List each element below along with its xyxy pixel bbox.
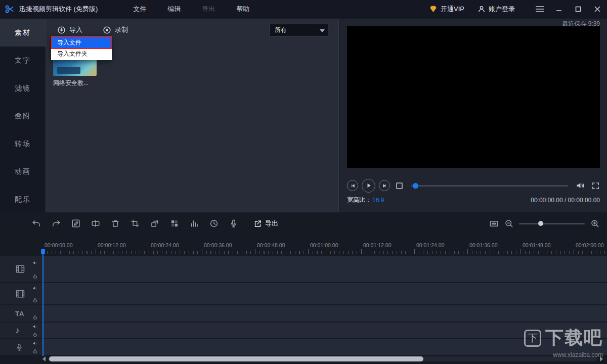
record-button[interactable]: 录制 bbox=[103, 25, 128, 34]
vip-button[interactable]: 开通VIP bbox=[429, 5, 464, 14]
film-icon bbox=[15, 264, 25, 274]
volume-icon[interactable] bbox=[575, 180, 585, 191]
sidebar-item-overlay[interactable]: 叠附 bbox=[0, 102, 46, 130]
waveform-icon[interactable] bbox=[189, 218, 199, 229]
edit-toolbar: 导出 bbox=[0, 213, 607, 234]
picture-in-picture-icon bbox=[15, 289, 25, 299]
sidebar-item-animation[interactable]: 动画 bbox=[0, 158, 46, 186]
sidebar: 素材 文字 滤镜 叠附 转场 动画 配乐 bbox=[0, 19, 46, 212]
track-header-video-2 bbox=[0, 283, 42, 304]
track-text: TA bbox=[0, 305, 607, 322]
track-lock-icon[interactable] bbox=[31, 332, 38, 337]
app-logo-icon bbox=[4, 4, 15, 15]
app-title: 迅捷视频剪辑软件 (免费版) bbox=[19, 5, 98, 14]
import-button[interactable]: 导入 bbox=[57, 25, 82, 34]
track-lock-icon[interactable] bbox=[31, 274, 38, 279]
prev-frame-button[interactable] bbox=[347, 180, 358, 191]
account-login-button[interactable]: 账户登录 bbox=[478, 5, 515, 14]
preview-panel: 最近保存 9:39 bbox=[339, 19, 607, 212]
rotate-icon[interactable] bbox=[150, 218, 160, 229]
scrollbar-track[interactable] bbox=[48, 356, 597, 361]
ruler-label: 00:01:24.00 bbox=[416, 242, 444, 248]
ruler-label: 00:00:36.00 bbox=[204, 242, 232, 248]
timeline-zoom-handle[interactable] bbox=[538, 221, 543, 226]
menu-help[interactable]: 帮助 bbox=[236, 5, 249, 14]
track-lane-video-1[interactable] bbox=[43, 256, 607, 282]
track-header-music: ♪ bbox=[0, 323, 42, 338]
scroll-left-icon[interactable] bbox=[42, 356, 46, 361]
edit-icon[interactable] bbox=[71, 218, 81, 229]
voiceover-mic-icon[interactable] bbox=[229, 218, 239, 229]
seek-slider-handle[interactable] bbox=[413, 183, 418, 189]
maximize-button[interactable] bbox=[574, 5, 583, 14]
media-filter-value: 所有 bbox=[275, 26, 287, 34]
track-lock-icon[interactable] bbox=[31, 348, 38, 354]
track-lock-icon[interactable] bbox=[31, 314, 38, 320]
playhead-handle[interactable] bbox=[41, 249, 45, 254]
minimize-button[interactable] bbox=[554, 5, 563, 14]
aspect-ratio-value[interactable]: 16:9 bbox=[372, 197, 384, 204]
menu-file[interactable]: 文件 bbox=[133, 5, 146, 14]
timecode-display: 00:00:00.00 / 00:00:00.00 bbox=[531, 197, 600, 204]
vip-label: 开通VIP bbox=[441, 5, 464, 14]
track-mute-icon[interactable] bbox=[31, 285, 38, 291]
media-filter-dropdown[interactable]: 所有 bbox=[270, 24, 328, 36]
track-lock-icon[interactable] bbox=[31, 297, 38, 303]
track-video-1 bbox=[0, 256, 607, 282]
track-mute-icon[interactable] bbox=[31, 324, 38, 330]
account-label: 账户登录 bbox=[489, 5, 515, 14]
close-button[interactable] bbox=[593, 5, 602, 14]
track-video-2 bbox=[0, 283, 607, 304]
playhead[interactable] bbox=[42, 249, 44, 356]
ruler-major-ticks bbox=[42, 249, 607, 254]
undo-icon[interactable] bbox=[31, 218, 41, 229]
ruler-label: 00:01:48.00 bbox=[523, 242, 550, 248]
track-lane-music[interactable] bbox=[43, 323, 607, 338]
fit-timeline-icon[interactable] bbox=[489, 218, 499, 229]
track-mute-icon[interactable] bbox=[31, 340, 38, 346]
play-button[interactable] bbox=[362, 179, 375, 193]
sidebar-item-music[interactable]: 配乐 bbox=[0, 186, 46, 213]
stop-button[interactable] bbox=[396, 183, 403, 189]
window-menu-button[interactable] bbox=[535, 5, 544, 14]
menu-item-import-folder[interactable]: 导入文件夹 bbox=[52, 48, 111, 59]
crop-icon[interactable] bbox=[130, 218, 140, 229]
playback-controls bbox=[347, 177, 600, 194]
track-lane-video-2[interactable] bbox=[43, 283, 607, 304]
track-header-video-1 bbox=[0, 256, 42, 282]
sidebar-item-material[interactable]: 素材 bbox=[0, 19, 46, 47]
duration-icon[interactable] bbox=[209, 218, 219, 229]
menu-edit[interactable]: 编辑 bbox=[167, 5, 181, 14]
track-lane-voiceover[interactable] bbox=[43, 339, 607, 355]
aspect-ratio-label: 宽高比： bbox=[347, 196, 371, 204]
timeline-ruler[interactable]: 00:00:00.00 00:00:12.00 00:00:24.00 00:0… bbox=[0, 238, 607, 254]
split-icon[interactable] bbox=[91, 218, 101, 229]
preview-screen bbox=[347, 26, 600, 168]
ruler-label: 00:01:12.00 bbox=[363, 242, 391, 248]
next-frame-button[interactable] bbox=[379, 180, 390, 191]
timeline-zoom-slider[interactable] bbox=[519, 223, 585, 224]
microphone-icon bbox=[15, 343, 23, 351]
sidebar-item-text[interactable]: 文字 bbox=[0, 47, 46, 74]
sidebar-item-transition[interactable]: 转场 bbox=[0, 130, 46, 158]
track-header-voiceover bbox=[0, 339, 42, 355]
ruler-label: 00:00:00.00 bbox=[45, 242, 72, 248]
export-button[interactable]: 导出 bbox=[253, 219, 278, 228]
fullscreen-icon[interactable] bbox=[591, 181, 600, 190]
scroll-right-icon[interactable] bbox=[600, 356, 603, 361]
track-voiceover bbox=[0, 339, 607, 355]
export-icon bbox=[253, 219, 262, 228]
delete-icon[interactable] bbox=[110, 218, 120, 229]
zoom-in-icon[interactable] bbox=[590, 218, 600, 229]
menu-item-import-file[interactable]: 导入文件 bbox=[52, 37, 111, 48]
track-mute-icon[interactable] bbox=[31, 260, 38, 266]
seek-slider[interactable] bbox=[411, 185, 568, 187]
redo-icon[interactable] bbox=[51, 218, 61, 229]
menubar: 文件 编辑 导出 帮助 bbox=[133, 5, 249, 14]
zoom-out-icon[interactable] bbox=[504, 218, 514, 229]
track-lane-text[interactable] bbox=[43, 305, 607, 322]
ruler-label: 00:00:12.00 bbox=[98, 242, 125, 248]
sidebar-item-filter[interactable]: 滤镜 bbox=[0, 74, 46, 102]
scrollbar-thumb[interactable] bbox=[49, 356, 423, 361]
mosaic-icon[interactable] bbox=[169, 218, 180, 229]
